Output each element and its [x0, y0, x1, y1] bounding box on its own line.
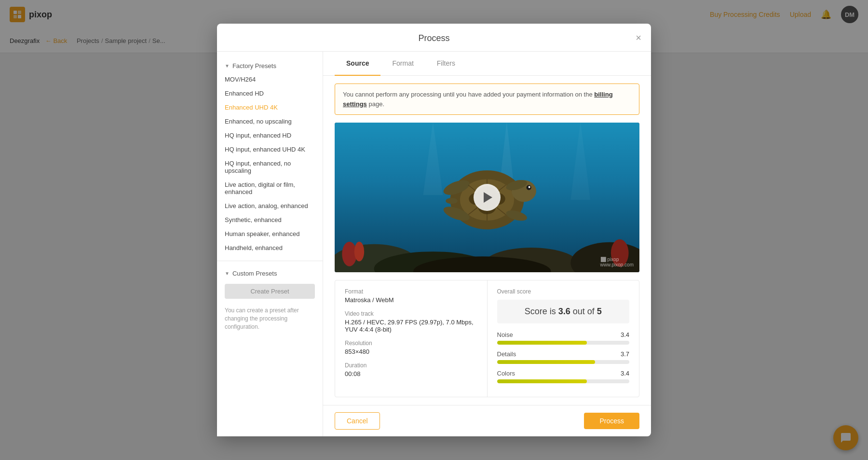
- factory-presets-label: Factory Presets: [232, 62, 276, 70]
- tab-filters[interactable]: Filters: [425, 52, 467, 76]
- tab-content-source: You cannot perform any processing until …: [323, 76, 651, 405]
- sidebar-item-mov-h264[interactable]: MOV/H264: [217, 72, 323, 86]
- duration-value: 00:08: [345, 370, 477, 377]
- info-section: Format Matroska / WebM Video track H.265…: [335, 280, 639, 397]
- sidebar-item-enhanced-no-upscaling[interactable]: Enhanced, no upscaling: [217, 114, 323, 128]
- custom-presets-label: Custom Presets: [232, 270, 277, 277]
- factory-presets-header[interactable]: ▼ Factory Presets: [217, 59, 323, 72]
- score-text: Score is 3.6 out of 5: [525, 307, 602, 316]
- video-preview: ⬜ pixop www.pixop.com: [335, 123, 639, 272]
- score-metric-details: Details 3.7: [497, 350, 630, 364]
- score-text-before: Score is: [525, 307, 558, 316]
- colors-value: 3.4: [621, 370, 629, 377]
- svg-point-24: [529, 186, 530, 188]
- details-bar-fill: [497, 360, 595, 364]
- colors-bar-bg: [497, 379, 630, 383]
- score-max: 5: [597, 307, 602, 316]
- tab-format[interactable]: Format: [380, 52, 425, 76]
- resolution-label: Resolution: [345, 340, 477, 347]
- sidebar-item-enhanced-hd[interactable]: Enhanced HD: [217, 86, 323, 100]
- video-watermark: ⬜ pixop www.pixop.com: [600, 257, 634, 267]
- custom-presets-chevron: ▼: [225, 271, 230, 276]
- play-icon: [484, 192, 492, 203]
- sidebar-hint: You can create a preset after changing t…: [217, 303, 323, 335]
- noise-value: 3.4: [621, 331, 629, 338]
- cancel-button[interactable]: Cancel: [335, 412, 380, 430]
- process-button[interactable]: Process: [584, 413, 639, 429]
- score-number: 3.6: [558, 307, 570, 316]
- sidebar-item-human-speaker[interactable]: Human speaker, enhanced: [217, 227, 323, 241]
- alert-payment: You cannot perform any processing until …: [335, 84, 639, 115]
- create-preset-button[interactable]: Create Preset: [225, 284, 315, 299]
- modal-body: ▼ Factory Presets MOV/H264 Enhanced HD E…: [217, 52, 651, 436]
- details-value: 3.7: [621, 350, 629, 358]
- resolution-value: 853×480: [345, 348, 477, 355]
- svg-point-29: [446, 198, 457, 204]
- colors-bar-fill: [497, 379, 587, 383]
- details-label: Details: [497, 350, 516, 358]
- alert-text-after: page.: [367, 100, 384, 108]
- details-bar-bg: [497, 360, 630, 364]
- close-button[interactable]: ×: [636, 33, 641, 42]
- modal-sidebar: ▼ Factory Presets MOV/H264 Enhanced HD E…: [217, 52, 323, 436]
- noise-label: Noise: [497, 331, 513, 338]
- score-metric-noise: Noise 3.4: [497, 331, 630, 345]
- duration-label: Duration: [345, 362, 477, 369]
- sidebar-divider: [217, 261, 323, 261]
- score-box: Score is 3.6 out of 5: [497, 300, 630, 323]
- sidebar-item-hq-enhanced-hd[interactable]: HQ input, enhanced HD: [217, 128, 323, 142]
- info-right: Overall score Score is 3.6 out of 5 Nois…: [488, 280, 639, 397]
- overall-score-label: Overall score: [497, 288, 630, 295]
- watermark-logo: ⬜ pixop: [600, 257, 634, 262]
- sidebar-item-synthetic[interactable]: Synthetic, enhanced: [217, 213, 323, 227]
- modal-tabs: Source Format Filters: [323, 52, 651, 76]
- process-modal: Process × ▼ Factory Presets MOV/H264 Enh…: [217, 24, 651, 436]
- video-track-label: Video track: [345, 310, 477, 317]
- watermark-url: www.pixop.com: [600, 262, 634, 267]
- sidebar-item-hq-enhanced-uhd-4k[interactable]: HQ input, enhanced UHD 4K: [217, 142, 323, 156]
- modal-overlay: Process × ▼ Factory Presets MOV/H264 Enh…: [0, 0, 868, 460]
- modal-footer: Cancel Process: [323, 405, 651, 436]
- score-metric-colors: Colors 3.4: [497, 370, 630, 383]
- noise-bar-bg: [497, 341, 630, 345]
- sidebar-item-enhanced-uhd-4k[interactable]: Enhanced UHD 4K: [217, 100, 323, 114]
- custom-presets-header[interactable]: ▼ Custom Presets: [217, 267, 323, 280]
- video-track-value: H.265 / HEVC, 29.97 FPS (29.97p), 7.0 Mb…: [345, 319, 477, 333]
- sidebar-item-live-action-digital[interactable]: Live action, digital or film, enhanced: [217, 178, 323, 199]
- modal-title: Process: [418, 33, 449, 43]
- info-left: Format Matroska / WebM Video track H.265…: [335, 280, 488, 397]
- sidebar-item-handheld[interactable]: Handheld, enhanced: [217, 241, 323, 255]
- sidebar-item-live-action-analog[interactable]: Live action, analog, enhanced: [217, 199, 323, 213]
- play-button[interactable]: [474, 184, 501, 211]
- alert-text-before: You cannot perform any processing until …: [343, 91, 594, 98]
- format-value: Matroska / WebM: [345, 296, 477, 304]
- svg-point-11: [354, 242, 364, 262]
- noise-bar-fill: [497, 341, 587, 345]
- modal-main: Source Format Filters You cannot perform…: [323, 52, 651, 436]
- tab-source[interactable]: Source: [335, 52, 380, 76]
- score-text-middle: out of: [570, 307, 597, 316]
- format-label: Format: [345, 288, 477, 295]
- factory-presets-chevron: ▼: [225, 63, 230, 69]
- colors-label: Colors: [497, 370, 515, 377]
- sidebar-item-hq-enhanced-no-upscaling[interactable]: HQ input, enhanced, no upscaling: [217, 156, 323, 178]
- modal-header: Process ×: [217, 24, 651, 52]
